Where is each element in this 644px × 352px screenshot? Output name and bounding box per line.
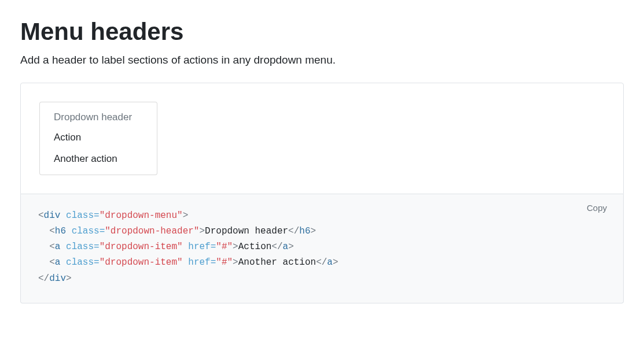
dropdown-header: Dropdown header: [40, 107, 157, 127]
dropdown-menu: Dropdown header Action Another action: [39, 102, 157, 175]
page-title: Menu headers: [20, 17, 624, 46]
code-block: Copy <div class="dropdown-menu"> <h6 cla…: [20, 194, 624, 303]
dropdown-item-action[interactable]: Action: [40, 127, 157, 149]
example-block: Dropdown header Action Another action: [20, 83, 624, 194]
code-listing: <div class="dropdown-menu"> <h6 class="d…: [38, 208, 606, 287]
dropdown-item-another-action[interactable]: Another action: [40, 148, 157, 170]
page-description: Add a header to label sections of action…: [20, 52, 624, 69]
copy-button[interactable]: Copy: [583, 202, 610, 213]
